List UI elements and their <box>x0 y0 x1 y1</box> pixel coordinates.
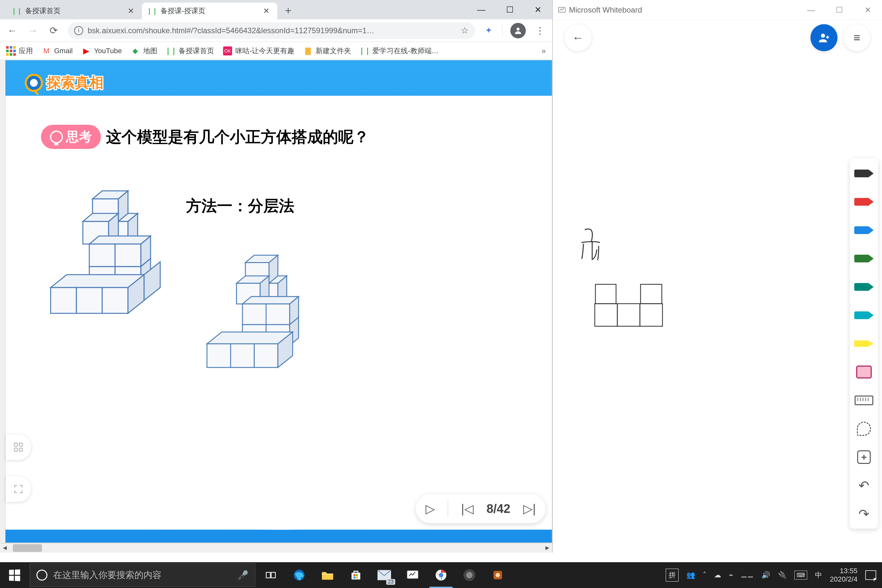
taskbar-apps: 23 <box>256 562 512 588</box>
reload-button[interactable]: ⟳ <box>47 24 60 37</box>
svg-rect-34 <box>266 304 290 325</box>
question-text: 这个模型是有几个小正方体搭成的呢？ <box>106 127 369 147</box>
redo-button[interactable]: ↷ <box>853 504 875 524</box>
onedrive-icon[interactable]: ☁ <box>714 571 721 579</box>
keyboard-icon[interactable]: ⌨ <box>794 571 807 580</box>
bookmark-label: 咪咕-让今天更有趣 <box>236 46 294 56</box>
close-tab-icon[interactable]: ✕ <box>126 5 136 17</box>
bookmark-label: 新建文件夹 <box>316 46 351 56</box>
mail-icon[interactable]: 23 <box>370 562 399 588</box>
ruler[interactable] <box>853 391 875 410</box>
whiteboard-canvas[interactable]: + ↶ ↷ <box>553 56 882 552</box>
highlighter[interactable] <box>853 334 875 353</box>
svg-rect-46 <box>14 448 17 452</box>
pen-red[interactable] <box>853 192 875 212</box>
chrome-menu-button[interactable]: ⋮ <box>534 24 546 37</box>
section-title: 探索真相 <box>25 73 104 92</box>
bookmark-maps[interactable]: ◆ 地图 <box>131 46 158 56</box>
bookmark-item[interactable]: ❘❘ 备授课首页 <box>166 46 214 56</box>
svg-rect-18 <box>51 288 76 314</box>
bookmark-gmail[interactable]: M Gmail <box>42 46 72 56</box>
folder-icon: ▇ <box>303 46 312 56</box>
add-button[interactable]: + <box>853 447 875 467</box>
prev-slide-button[interactable]: |◁ <box>461 502 474 516</box>
edge-icon[interactable] <box>285 562 314 588</box>
bookmark-label: Gmail <box>54 47 72 55</box>
play-button[interactable]: ▷ <box>426 502 435 516</box>
profile-avatar[interactable] <box>510 23 526 38</box>
bookmarks-overflow[interactable]: » <box>542 46 546 56</box>
start-button[interactable] <box>0 562 28 588</box>
maximize-button[interactable]: ☐ <box>825 0 854 20</box>
whiteboard-window: Microsoft Whiteboard ― ☐ ✕ ← ≡ <box>552 0 882 552</box>
bookmark-item[interactable]: OK 咪咕-让今天更有趣 <box>223 46 294 56</box>
chrome-taskbar-icon[interactable] <box>427 562 455 588</box>
lang-indicator[interactable]: 中 <box>815 570 822 580</box>
bookmark-youtube[interactable]: ▶ YouTube <box>81 46 122 56</box>
tray-overflow-icon[interactable]: ˄ <box>703 571 706 579</box>
browser-tab-1[interactable]: ❘❘ 备授课首页 ✕ <box>6 3 142 20</box>
svg-rect-51 <box>271 573 275 578</box>
settings-menu-button[interactable]: ≡ <box>843 24 870 51</box>
notifications-icon[interactable] <box>865 570 876 580</box>
extension-icon[interactable]: ✦ <box>483 25 495 36</box>
horizontal-scrollbar[interactable]: ◄► <box>0 543 552 552</box>
volume-icon[interactable]: 🔊 <box>761 571 770 579</box>
whiteboard-topbar: ← ≡ <box>553 20 882 56</box>
back-button[interactable]: ← <box>564 24 591 51</box>
bookmark-star-icon[interactable]: ☆ <box>460 25 469 36</box>
close-button[interactable]: ✕ <box>524 0 552 20</box>
bookmarks-bar: 应用 M Gmail ▶ YouTube ◆ 地图 ❘❘ 备授课首页 OK 咪咕… <box>0 42 552 60</box>
store-icon[interactable] <box>342 562 370 588</box>
slide-tool-grid[interactable] <box>6 434 31 460</box>
svg-rect-40 <box>207 344 231 368</box>
think-badge: 思考 <box>41 125 101 149</box>
back-button[interactable]: ← <box>6 24 19 37</box>
bookmark-label: 备授课首页 <box>178 46 214 56</box>
tab-favicon: ❘❘ <box>148 6 157 15</box>
new-tab-button[interactable]: ＋ <box>280 3 296 18</box>
close-tab-icon[interactable]: ✕ <box>261 5 272 17</box>
lasso[interactable] <box>853 419 875 438</box>
mic-icon[interactable]: 🎤 <box>237 570 249 580</box>
pen-blue[interactable] <box>853 220 875 240</box>
invite-button[interactable] <box>810 24 837 51</box>
pen-green[interactable] <box>853 249 875 268</box>
svg-point-62 <box>439 573 443 578</box>
pen-cyan[interactable] <box>853 306 875 325</box>
bookmark-folder[interactable]: ▇ 新建文件夹 <box>303 46 351 56</box>
clock[interactable]: 13:55 2020/2/4 <box>830 567 858 584</box>
bookmark-apps[interactable]: 应用 <box>6 46 33 56</box>
network-icon[interactable]: ⌁ <box>729 571 733 579</box>
app-icon-grey[interactable] <box>455 562 483 588</box>
svg-marker-32 <box>242 297 298 304</box>
close-button[interactable]: ✕ <box>854 0 882 20</box>
site-info-icon[interactable]: i <box>74 26 83 35</box>
ime-indicator[interactable]: 拼 <box>666 568 679 582</box>
next-slide-button[interactable]: ▷| <box>523 502 536 516</box>
minimize-button[interactable]: ― <box>797 0 825 20</box>
power-icon[interactable]: 🔌 <box>778 571 787 579</box>
forward-button[interactable]: → <box>26 24 39 37</box>
pen-black[interactable] <box>853 164 875 183</box>
app-icon-orange[interactable] <box>483 562 512 588</box>
eraser[interactable] <box>853 362 875 382</box>
browser-tab-2[interactable]: ❘❘ 备授课-授课页 ✕ <box>142 3 277 20</box>
svg-point-64 <box>466 572 472 578</box>
wifi-icon[interactable]: ⚊⚊ <box>741 571 754 579</box>
bookmark-item[interactable]: ❘❘ 爱学习在线-教师端… <box>360 46 438 56</box>
minimize-button[interactable]: ― <box>467 0 495 20</box>
taskbar-search[interactable]: 在这里输入你要搜索的内容 🎤 <box>30 564 255 587</box>
whiteboard-title: Microsoft Whiteboard <box>569 6 642 15</box>
maximize-button[interactable]: ☐ <box>495 0 524 20</box>
whiteboard-taskbar-icon[interactable] <box>399 562 427 588</box>
bookmark-label: 爱学习在线-教师端… <box>372 46 438 56</box>
pen-teal[interactable] <box>853 277 875 297</box>
slide-tool-fullscreen[interactable] <box>6 476 31 502</box>
task-view-icon[interactable] <box>256 562 285 588</box>
address-bar[interactable]: i bsk.aixuexi.com/shouke.html#/?classId=… <box>68 22 475 39</box>
undo-button[interactable]: ↶ <box>853 476 875 495</box>
people-icon[interactable]: 👥 <box>686 571 695 579</box>
explorer-icon[interactable] <box>314 562 342 588</box>
site-icon: ❘❘ <box>166 46 176 56</box>
